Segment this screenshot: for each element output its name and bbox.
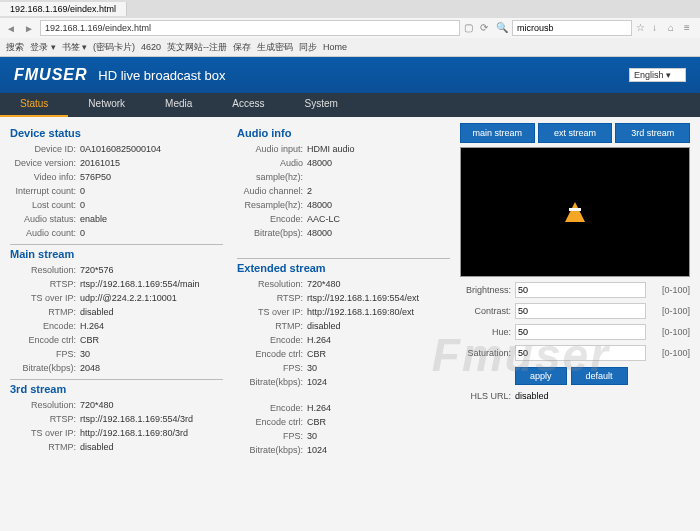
row-label: RTSP: — [10, 412, 80, 426]
download-icon[interactable]: ↓ — [652, 22, 664, 34]
contrast-input[interactable] — [515, 303, 646, 319]
info-row: RTMP:disabled — [10, 440, 223, 454]
audio-info-rows: Audio input:HDMI audioAudio sample(hz):4… — [237, 142, 450, 240]
bookmark-item[interactable]: 生成密码 — [257, 41, 293, 54]
forward-icon[interactable]: ► — [22, 21, 36, 35]
row-value: AAC-LC — [307, 212, 450, 226]
row-label: Encode ctrl: — [237, 347, 307, 361]
row-value: 0 — [80, 226, 223, 240]
section-device-status: Device status — [10, 127, 223, 139]
row-label: Bitrate(bps): — [237, 226, 307, 240]
info-row: Resolution:720*576 — [10, 263, 223, 277]
hls-label: HLS URL: — [460, 391, 515, 401]
row-value: 0 — [80, 198, 223, 212]
tab-main-stream[interactable]: main stream — [460, 123, 535, 143]
main-stream-rows: Resolution:720*576RTSP:rtsp://192.168.1.… — [10, 263, 223, 375]
row-value: disabled — [307, 319, 450, 333]
info-row: Lost count:0 — [10, 198, 223, 212]
search-input[interactable] — [512, 20, 632, 36]
info-row: RTSP:rtsp://192.168.1.169:554/ext — [237, 291, 450, 305]
star-icon[interactable]: ☆ — [636, 22, 648, 34]
page-content: FMUSER HD live broadcast box English ▾ S… — [0, 57, 700, 531]
control-buttons: apply default — [515, 367, 690, 385]
tab-3rd-stream[interactable]: 3rd stream — [615, 123, 690, 143]
hls-value: disabled — [515, 391, 549, 401]
info-row: TS over IP:http://192.168.1.169:80/3rd — [10, 426, 223, 440]
nav-media[interactable]: Media — [145, 93, 212, 117]
tab-bar: 192.168.1.169/eindex.html — [0, 0, 700, 18]
row-value: http://192.168.1.169:80/3rd — [80, 426, 223, 440]
bookmark-item[interactable]: 4620 — [141, 42, 161, 52]
brightness-range: [0-100] — [646, 285, 690, 295]
info-columns: Device status Device ID:0A10160825000104… — [10, 123, 450, 457]
shield-icon[interactable]: ▢ — [464, 22, 476, 34]
nav-network[interactable]: Network — [68, 93, 145, 117]
address-bar: ◄ ► ▢ ⟳ 🔍 ☆ ↓ ⌂ ≡ — [0, 18, 700, 38]
back-icon[interactable]: ◄ — [4, 21, 18, 35]
bookmark-item[interactable]: 书签 ▾ — [62, 41, 88, 54]
row-value: 48000 — [307, 156, 450, 184]
bookmark-item[interactable]: (密码卡片) — [93, 41, 135, 54]
url-input[interactable] — [40, 20, 460, 36]
info-row: Device version:20161015 — [10, 156, 223, 170]
nav-access[interactable]: Access — [212, 93, 284, 117]
info-row: RTMP:disabled — [237, 319, 450, 333]
bookmark-item[interactable]: 同步 — [299, 41, 317, 54]
row-label: Encode: — [237, 333, 307, 347]
row-value: 1024 — [307, 375, 450, 389]
nav-status[interactable]: Status — [0, 93, 68, 117]
info-row: Bitrate(bps):48000 — [237, 226, 450, 240]
row-label: Resolution: — [237, 277, 307, 291]
row-value: 0 — [80, 184, 223, 198]
brightness-row: Brightness: [0-100] — [460, 282, 690, 298]
bookmark-item[interactable]: 保存 — [233, 41, 251, 54]
nav-system[interactable]: System — [285, 93, 358, 117]
row-value: disabled — [80, 305, 223, 319]
default-button[interactable]: default — [571, 367, 628, 385]
row-value: 48000 — [307, 198, 450, 212]
third-stream-right-rows: Encode:H.264Encode ctrl:CBRFPS:30Bitrate… — [237, 401, 450, 457]
row-label: Encode: — [237, 212, 307, 226]
row-label: Encode ctrl: — [10, 333, 80, 347]
contrast-range: [0-100] — [646, 306, 690, 316]
row-value: rtsp://192.168.1.169:554/ext — [307, 291, 450, 305]
reload-icon[interactable]: ⟳ — [480, 22, 492, 34]
saturation-input[interactable] — [515, 345, 646, 361]
row-value: disabled — [80, 440, 223, 454]
row-label: RTMP: — [10, 305, 80, 319]
home-icon[interactable]: ⌂ — [668, 22, 680, 34]
bookmark-item[interactable]: 登录 ▾ — [30, 41, 56, 54]
row-label: Encode ctrl: — [237, 415, 307, 429]
page-header: FMUSER HD live broadcast box English ▾ — [0, 57, 700, 93]
main-nav: Status Network Media Access System — [0, 93, 700, 117]
info-row: Resample(hz):48000 — [237, 198, 450, 212]
row-value: rtsp://192.168.1.169:554/main — [80, 277, 223, 291]
info-row: Video info:576P50 — [10, 170, 223, 184]
row-label: TS over IP: — [10, 426, 80, 440]
info-row: Encode ctrl:CBR — [237, 347, 450, 361]
row-label: Encode: — [10, 319, 80, 333]
browser-tab[interactable]: 192.168.1.169/eindex.html — [0, 2, 127, 16]
menu-icon[interactable]: ≡ — [684, 22, 696, 34]
row-value: H.264 — [307, 401, 450, 415]
info-row: FPS:30 — [237, 361, 450, 375]
video-preview[interactable] — [460, 147, 690, 277]
hue-label: Hue: — [460, 327, 515, 337]
row-value: udp://@224.2.2.1:10001 — [80, 291, 223, 305]
bookmark-item[interactable]: 搜索 — [6, 41, 24, 54]
info-row: Resolution:720*480 — [237, 277, 450, 291]
contrast-row: Contrast: [0-100] — [460, 303, 690, 319]
bookmark-item[interactable]: Home — [323, 42, 347, 52]
row-label: TS over IP: — [237, 305, 307, 319]
apply-button[interactable]: apply — [515, 367, 567, 385]
tab-ext-stream[interactable]: ext stream — [538, 123, 613, 143]
info-row: Encode:H.264 — [10, 319, 223, 333]
brightness-input[interactable] — [515, 282, 646, 298]
row-value: 720*576 — [80, 263, 223, 277]
info-row: Encode:AAC-LC — [237, 212, 450, 226]
row-label: RTMP: — [10, 440, 80, 454]
bookmark-item[interactable]: 英文网站--注册 — [167, 41, 227, 54]
search-icon: 🔍 — [496, 22, 508, 34]
hue-input[interactable] — [515, 324, 646, 340]
language-select[interactable]: English ▾ — [629, 68, 686, 82]
